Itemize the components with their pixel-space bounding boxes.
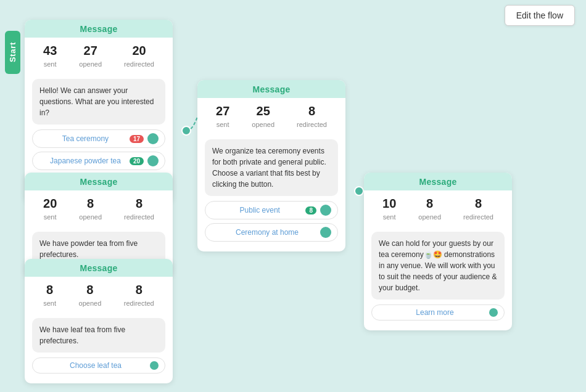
card2-badge-public: 8 — [305, 206, 316, 214]
card1-sent: 43 sent — [43, 44, 57, 69]
card2-btn-public-event-label: Public event — [214, 206, 305, 214]
card1-dot-tea — [147, 133, 159, 144]
card5-bubble: We can hold for your guests by our tea c… — [371, 232, 505, 300]
card1-redirected: 20 redirected — [124, 44, 154, 69]
card3-opened: 8 opened — [79, 197, 102, 222]
card3-stats: 20 sent 8 opened 8 redirected — [25, 190, 173, 227]
card4-redirected: 8 redirected — [124, 283, 154, 308]
card1-header: Message — [25, 20, 173, 38]
card1-btn-powder-tea-label: Japanese powder tea — [41, 157, 130, 165]
card2-btn-ceremony-home-label: Ceremony at home — [214, 228, 320, 237]
card4-header: Message — [25, 259, 173, 277]
card1-dot-powder — [147, 155, 159, 166]
card5-opened: 8 opened — [418, 197, 441, 222]
card-ceremony-message: Message 27 sent 25 opened 8 redirected W… — [197, 80, 345, 251]
card2-redirected: 8 redirected — [297, 104, 327, 129]
card2-opened: 25 opened — [252, 104, 274, 129]
card1-btn-tea-ceremony-label: Tea ceremony — [41, 134, 130, 143]
card4-dot-leaf — [150, 361, 159, 370]
start-label: Start — [5, 31, 20, 74]
card2-btn-public-event[interactable]: Public event 8 — [205, 201, 338, 219]
card4-opened: 8 opened — [79, 283, 102, 308]
card-leaf-tea-message: Message 8 sent 8 opened 8 redirected We … — [25, 259, 173, 383]
svg-point-0 — [182, 126, 191, 135]
card3-header: Message — [25, 173, 173, 190]
card2-btn-ceremony-home[interactable]: Ceremony at home — [205, 223, 338, 242]
card5-dot-learn — [489, 308, 498, 317]
card5-btn-learn-more[interactable]: Learn more — [371, 304, 505, 321]
card5-sent: 10 sent — [382, 197, 396, 222]
card2-stats: 27 sent 25 opened 8 redirected — [197, 98, 345, 134]
card5-header: Message — [364, 173, 512, 190]
card4-stats: 8 sent 8 opened 8 redirected — [25, 277, 173, 313]
card5-btn-learn-more-label: Learn more — [381, 308, 489, 317]
card2-header: Message — [197, 80, 345, 98]
card5-redirected: 8 redirected — [463, 197, 493, 222]
card4-btn-choose-leaf[interactable]: Choose leaf tea — [32, 357, 165, 374]
card1-badge-powder: 20 — [130, 157, 144, 165]
card2-body: We organize tea ceremony events for both… — [197, 134, 345, 251]
card4-body: We have leaf tea from five prefectures. … — [25, 313, 173, 383]
card1-opened: 27 opened — [79, 44, 102, 69]
card2-dot-home — [320, 227, 331, 238]
card2-bubble: We organize tea ceremony events for both… — [205, 139, 338, 196]
card1-btn-powder-tea[interactable]: Japanese powder tea 20 — [32, 152, 165, 170]
card3-redirected: 8 redirected — [124, 197, 154, 222]
card4-sent: 8 sent — [43, 283, 56, 308]
card-venue-message: Message 10 sent 8 opened 8 redirected We… — [364, 173, 512, 330]
edit-flow-button[interactable]: Edit the flow — [505, 5, 575, 26]
card1-badge-tea: 17 — [130, 135, 144, 143]
card2-sent: 27 sent — [216, 104, 229, 129]
card1-btn-tea-ceremony[interactable]: Tea ceremony 17 — [32, 129, 165, 148]
svg-point-3 — [355, 187, 363, 195]
card5-body: We can hold for your guests by our tea c… — [364, 227, 512, 330]
card5-stats: 10 sent 8 opened 8 redirected — [364, 190, 512, 227]
card1-stats: 43 sent 27 opened 20 redirected — [25, 38, 173, 74]
card4-btn-choose-leaf-label: Choose leaf tea — [41, 361, 150, 370]
card4-bubble: We have leaf tea from five prefectures. — [32, 318, 165, 353]
card2-dot-public — [320, 205, 331, 216]
card1-bubble: Hello! We can answer your questions. Wha… — [32, 79, 165, 125]
card3-sent: 20 sent — [43, 197, 57, 222]
